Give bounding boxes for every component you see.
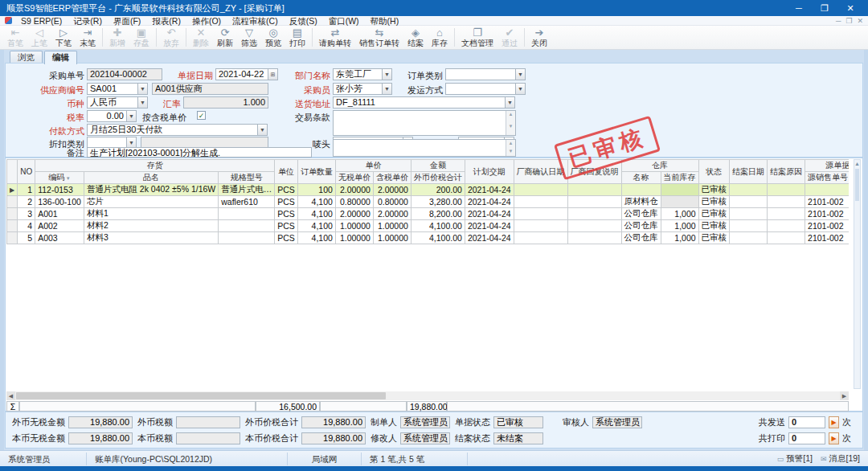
cell[interactable]: PCS — [275, 184, 298, 196]
scroll-up-icon[interactable]: ▲ — [854, 160, 860, 168]
cell[interactable] — [567, 196, 621, 208]
cell[interactable] — [219, 208, 275, 220]
cell[interactable]: 已审核 — [698, 196, 730, 208]
cell[interactable]: 公司仓库 — [621, 220, 661, 232]
ship-method-field[interactable] — [445, 83, 516, 95]
col-header-无税单价[interactable]: 无税单价 — [335, 172, 373, 184]
col-header-品名[interactable]: 品名 — [84, 172, 218, 184]
cell[interactable] — [514, 184, 567, 196]
cell[interactable]: 2.00000 — [373, 208, 411, 220]
cell[interactable]: 2.00000 — [335, 184, 373, 196]
payment-dropdown-icon[interactable]: ▼ — [257, 124, 268, 136]
cell[interactable]: 2.00000 — [373, 184, 411, 196]
cell[interactable] — [768, 184, 805, 196]
row-selector[interactable] — [7, 232, 18, 244]
col-header-状态[interactable]: 状态 — [698, 160, 730, 184]
toolbar-button-打印[interactable]: ▤打印 — [285, 26, 309, 49]
cell[interactable]: PCS — [275, 220, 298, 232]
cell[interactable] — [730, 232, 768, 244]
cell[interactable]: 4,100 — [297, 208, 335, 220]
cell[interactable]: PCS — [275, 208, 298, 220]
menu-item-3[interactable]: 报表(R) — [146, 16, 186, 26]
col-header-规格型号[interactable]: 规格型号 — [219, 172, 275, 184]
cell[interactable] — [514, 208, 567, 220]
toolbar-button-关闭[interactable]: ➔关闭 — [527, 26, 551, 49]
cell[interactable]: wafler610 — [219, 196, 275, 208]
menu-item-8[interactable]: 帮助(H) — [365, 16, 405, 26]
buyer-dropdown-icon[interactable]: ▼ — [382, 83, 392, 95]
department-dropdown-icon[interactable]: ▼ — [382, 68, 392, 80]
filter-icon[interactable]: ▼ — [64, 176, 71, 181]
payment-field[interactable]: 月结25日30天付款 — [87, 124, 258, 136]
tax-rate-field[interactable]: 0.00 — [87, 110, 127, 122]
menu-item-7[interactable]: 窗口(W) — [323, 16, 365, 26]
cell[interactable]: 公司仓库 — [621, 232, 661, 244]
ship-method-dropdown-icon[interactable]: ▼ — [515, 83, 526, 95]
cell[interactable] — [514, 220, 567, 232]
statusbar-message[interactable]: ✉消息[19] — [821, 453, 860, 465]
toolbar-button-预览[interactable]: ◎预览 — [261, 26, 285, 49]
row-selector[interactable] — [7, 208, 18, 220]
trade-terms-scroll[interactable]: ▲▼ — [506, 111, 515, 135]
tab-browse[interactable]: 浏览 — [10, 51, 43, 63]
hscroll-thumb[interactable] — [16, 392, 386, 399]
cell[interactable] — [567, 184, 621, 196]
cell[interactable] — [219, 232, 275, 244]
toolbar-button-销售订单转[interactable]: ⇆销售订单转 — [355, 26, 403, 49]
mdi-minimize-button[interactable]: ─ — [836, 16, 841, 26]
statusbar-alert[interactable]: ▭预警[1] — [777, 453, 813, 465]
scroll-right-icon[interactable]: ▶ — [840, 391, 849, 400]
currency-dropdown-icon[interactable]: ▼ — [137, 96, 148, 109]
cell[interactable]: A003 — [35, 232, 84, 244]
cell[interactable]: 公司仓库 — [621, 208, 661, 220]
col-header-名称[interactable]: 名称 — [621, 172, 661, 184]
cell[interactable]: A002 — [35, 220, 84, 232]
po-no-field[interactable]: 202104-00002 — [87, 68, 162, 80]
cell[interactable] — [567, 232, 621, 244]
cell[interactable]: 1.00000 — [335, 232, 373, 244]
cell[interactable]: 材料1 — [84, 208, 218, 220]
cell[interactable]: 2101-002 — [805, 208, 849, 220]
toolbar-button-文档管理[interactable]: ❐文档管理 — [457, 26, 497, 49]
col-header-结案日期[interactable]: 结案日期 — [730, 160, 768, 184]
cell[interactable]: 4,100 — [297, 220, 335, 232]
cell[interactable] — [730, 220, 768, 232]
extra-notes-scroll[interactable]: ▲▼ — [506, 140, 515, 156]
cell[interactable]: 2021-04-24 — [465, 220, 514, 232]
trade-terms-field[interactable]: ▲▼ — [333, 110, 516, 136]
cell[interactable]: 2021-04-24 — [465, 184, 514, 196]
currency-field[interactable]: 人民币 — [87, 96, 138, 109]
col-header-计划交期[interactable]: 计划交期 — [465, 160, 514, 184]
close-button[interactable]: ✕ — [839, 2, 862, 14]
cell[interactable]: 已审核 — [698, 208, 730, 220]
menu-item-1[interactable]: 记录(R) — [68, 16, 108, 26]
supplier-code-field[interactable]: SA001 — [87, 83, 138, 95]
grid-vertical-scrollbar[interactable]: ▲ — [854, 159, 861, 389]
calendar-icon[interactable]: ⊞ — [268, 68, 278, 80]
cell[interactable] — [768, 220, 805, 232]
cell[interactable]: 1,000 — [661, 232, 698, 244]
toolbar-button-筛选[interactable]: ▽筛选 — [237, 26, 261, 49]
cell[interactable]: 材料2 — [84, 220, 218, 232]
mdi-close-button[interactable]: ✕ — [857, 16, 863, 26]
counter-field-共发送[interactable]: 0 — [788, 416, 825, 428]
cell[interactable]: 2021-04-24 — [465, 208, 514, 220]
ship-address-dropdown-icon[interactable]: ▼ — [505, 96, 515, 109]
cell[interactable] — [730, 184, 768, 196]
cell[interactable]: 材料3 — [84, 232, 218, 244]
col-header-订单数量[interactable]: 订单数量 — [297, 160, 335, 184]
col-header-含税单价[interactable]: 含税单价 — [373, 172, 411, 184]
counter-spinner-icon[interactable]: ▶ — [829, 416, 839, 428]
cell[interactable]: 1.00000 — [335, 220, 373, 232]
menu-item-0[interactable]: S9 ERP(E) — [15, 16, 68, 26]
col-header-当前库存[interactable]: 当前库存 — [661, 172, 698, 184]
cell[interactable]: 8,200.00 — [411, 208, 465, 220]
cell[interactable]: 2101-002 — [805, 196, 849, 208]
cell[interactable]: 2101-002 — [805, 232, 849, 244]
col-header-外币价税合计[interactable]: 外币价税合计 — [411, 172, 465, 184]
counter-spinner-icon[interactable]: ▶ — [829, 432, 839, 444]
cell[interactable]: A001 — [35, 208, 84, 220]
cell[interactable]: 2 — [18, 196, 35, 208]
cell[interactable]: 1,000 — [661, 208, 698, 220]
cell[interactable]: 1.00000 — [373, 232, 411, 244]
